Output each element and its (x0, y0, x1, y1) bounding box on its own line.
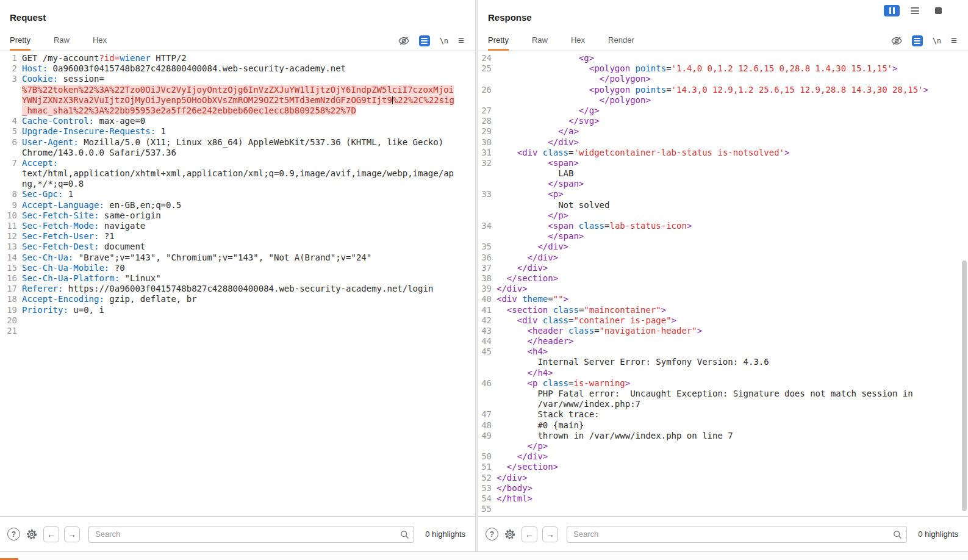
code-line[interactable]: 52</div> (478, 473, 968, 483)
split-view-button[interactable] (884, 5, 900, 16)
code-line[interactable]: </span> (478, 231, 968, 242)
search-next-button[interactable]: → (64, 526, 80, 542)
code-line[interactable]: 50 </div> (478, 451, 968, 462)
newline-toggle-icon[interactable]: \n (440, 37, 448, 45)
code-line[interactable]: 18Accept-Encoding: gzip, deflate, br (0, 294, 475, 304)
search-prev-button[interactable]: ← (43, 526, 59, 542)
code-line[interactable]: 49 thrown in /var/www/index.php on line … (478, 431, 968, 441)
code-line[interactable]: </p> (478, 441, 968, 451)
response-editor[interactable]: 24 <g>25 <polygon points='1.4,0 0,1.2 12… (478, 51, 968, 516)
code-line[interactable]: 41 <section class="maincontainer"> (478, 305, 968, 315)
code-line[interactable]: 32 <span> (478, 158, 968, 168)
code-line[interactable]: Chrome/143.0.0.0 Safari/537.36 (0, 148, 475, 158)
code-line[interactable]: 34 <span class=lab-status-icon> (478, 221, 968, 231)
code-line[interactable]: 55 (478, 504, 968, 514)
code-line[interactable]: 31 <div class='widgetcontainer-lab-statu… (478, 148, 968, 158)
search-next-button[interactable]: → (542, 526, 558, 542)
code-line[interactable]: 44 </header> (478, 336, 968, 346)
code-line[interactable]: 33 <p> (478, 189, 968, 199)
code-line[interactable]: 15Sec-Ch-Ua-Mobile: ?0 (0, 263, 475, 273)
code-line[interactable]: 10Sec-Fetch-Site: same-origin (0, 210, 475, 221)
code-line[interactable]: 6User-Agent: Mozilla/5.0 (X11; Linux x86… (0, 137, 475, 148)
tab-hex[interactable]: Hex (571, 31, 585, 51)
code-line[interactable]: </p> (478, 210, 968, 221)
syntax-highlight-icon[interactable] (419, 35, 430, 46)
search-input[interactable] (88, 526, 414, 543)
visibility-off-icon[interactable] (398, 36, 409, 46)
code-line[interactable]: 7Accept: (0, 158, 475, 168)
code-line[interactable]: 11Sec-Fetch-Mode: navigate (0, 221, 475, 231)
code-line[interactable]: 8Sec-Gpc: 1 (0, 189, 475, 199)
code-line[interactable]: %7B%22token%22%3A%22Tzo0OiJVc2VyIjoyOntz… (0, 85, 475, 95)
code-line[interactable]: 24 <g> (478, 53, 968, 63)
tab-pretty[interactable]: Pretty (10, 31, 30, 51)
search-input[interactable] (567, 526, 907, 543)
code-line[interactable]: Internal Server Error: Symfony Version: … (478, 357, 968, 367)
code-line[interactable]: 17Referer: https://0a96003f0415748b827c4… (0, 284, 475, 294)
code-line[interactable]: PHP Fatal error: Uncaught Exception: Sig… (478, 389, 968, 399)
code-line[interactable]: 9Accept-Language: en-GB,en;q=0.5 (0, 200, 475, 210)
help-button[interactable]: ? (7, 528, 20, 540)
code-line[interactable]: 20 (0, 315, 475, 326)
code-line[interactable]: 16Sec-Ch-Ua-Platform: "Linux" (0, 273, 475, 284)
visibility-off-icon[interactable] (891, 36, 902, 46)
search-prev-button[interactable]: ← (522, 526, 537, 542)
settings-gear-button[interactable] (25, 528, 38, 541)
code-line[interactable]: 3Cookie: session= (0, 74, 475, 84)
tab-render[interactable]: Render (608, 31, 634, 51)
stacked-view-button[interactable] (907, 5, 923, 16)
tab-pretty[interactable]: Pretty (488, 31, 509, 51)
code-line[interactable]: 25 <polygon points='1.4,0 0,1.2 12.6,15 … (478, 63, 968, 74)
code-line[interactable]: LAB (478, 168, 968, 179)
request-editor[interactable]: 1GET /my-account?id=wiener HTTP/22Host: … (0, 51, 475, 516)
code-line[interactable]: 45 <h4> (478, 346, 968, 357)
settings-gear-button[interactable] (503, 528, 517, 541)
code-line[interactable]: _hmac_sha1%22%3A%22bb95953e2a5ff26e242eb… (0, 106, 475, 116)
code-line[interactable]: 26 <polygon points='14.3,0 12.9,1.2 25.6… (478, 85, 968, 95)
code-line[interactable]: 46 <p class=is-warning> (478, 378, 968, 389)
help-button[interactable]: ? (486, 528, 498, 540)
code-line[interactable]: 47 Stack trace: (478, 409, 968, 420)
code-line[interactable]: </h4> (478, 368, 968, 378)
editor-menu-icon[interactable]: ≡ (458, 35, 464, 46)
code-line[interactable]: 38 </section> (478, 273, 968, 284)
code-line[interactable]: 28 </svg> (478, 116, 968, 126)
code-line[interactable]: 21 (0, 326, 475, 336)
code-line[interactable]: 43 <header class="navigation-header"> (478, 326, 968, 336)
code-line[interactable]: 42 <div class="container is-page"> (478, 315, 968, 326)
code-line[interactable]: 48 #0 {main} (478, 420, 968, 431)
tab-hex[interactable]: Hex (93, 31, 107, 51)
single-view-button[interactable] (930, 5, 946, 16)
code-line[interactable]: 12Sec-Fetch-User: ?1 (0, 231, 475, 242)
editor-menu-icon[interactable]: ≡ (951, 35, 957, 46)
code-line[interactable]: 19Priority: u=0, i (0, 305, 475, 315)
code-line[interactable]: ng,*/*;q=0.8 (0, 179, 475, 189)
code-line[interactable]: 54</html> (478, 494, 968, 504)
code-line[interactable]: 5Upgrade-Insecure-Requests: 1 (0, 126, 475, 137)
code-line[interactable]: 37 </div> (478, 263, 968, 273)
code-line[interactable]: 14Sec-Ch-Ua: "Brave";v="143", "Chromium"… (0, 253, 475, 263)
tab-raw[interactable]: Raw (54, 31, 70, 51)
newline-toggle-icon[interactable]: \n (933, 37, 941, 45)
code-line[interactable]: 13Sec-Fetch-Dest: document (0, 242, 475, 252)
code-line[interactable]: </polygon> (478, 95, 968, 106)
scrollbar-thumb[interactable] (962, 260, 967, 511)
code-line[interactable]: 51 </section> (478, 462, 968, 472)
code-line[interactable]: YWNjZXNzX3Rva2VuIjtzOjMyOiJyenp5OHoObXVs… (0, 95, 475, 106)
code-line[interactable]: 27 </g> (478, 106, 968, 116)
tab-raw[interactable]: Raw (532, 31, 548, 51)
code-line[interactable]: 4Cache-Control: max-age=0 (0, 116, 475, 126)
code-line[interactable]: </polygon> (478, 74, 968, 84)
code-line[interactable]: Not solved (478, 200, 968, 210)
code-line[interactable]: /var/www/index.php:7 (478, 399, 968, 409)
code-line[interactable]: 1GET /my-account?id=wiener HTTP/2 (0, 53, 475, 63)
code-line[interactable]: text/html,application/xhtml+xml,applicat… (0, 168, 475, 179)
code-line[interactable]: 30 </div> (478, 137, 968, 148)
code-line[interactable]: </span> (478, 179, 968, 189)
code-line[interactable]: 53</body> (478, 483, 968, 494)
code-line[interactable]: 29 </a> (478, 126, 968, 137)
code-line[interactable]: 2Host: 0a96003f0415748b827c428800400084.… (0, 63, 475, 74)
code-line[interactable]: 36 </div> (478, 253, 968, 263)
syntax-highlight-icon[interactable] (912, 35, 923, 46)
code-line[interactable]: 35 </div> (478, 242, 968, 252)
